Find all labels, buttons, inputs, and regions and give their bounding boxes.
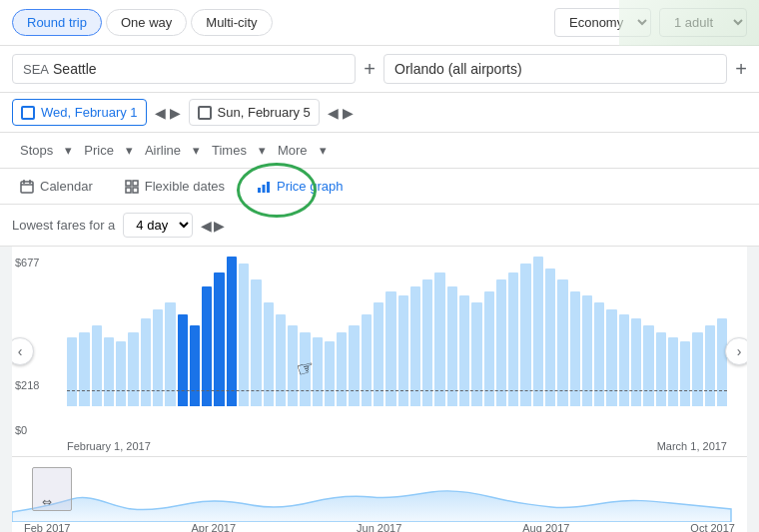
price-graph-container: Price graph <box>249 175 351 198</box>
calendar-view-button[interactable]: Calendar <box>12 175 101 198</box>
bar-item[interactable] <box>116 341 126 406</box>
bar-item[interactable] <box>190 325 200 406</box>
bar-item[interactable] <box>570 291 580 406</box>
mini-label-aug: Aug 2017 <box>522 522 569 532</box>
bar-item[interactable] <box>533 257 543 406</box>
bar-item[interactable] <box>288 325 298 406</box>
departure-date-box[interactable]: Wed, February 1 <box>12 99 147 126</box>
flexible-dates-button[interactable]: Flexible dates <box>117 175 233 198</box>
view-row: Calendar Flexible dates Price graph <box>0 169 759 205</box>
bar-item[interactable] <box>680 341 690 406</box>
bar-item[interactable] <box>520 264 530 406</box>
search-row: SEA Seattle + Orlando (all airports) + <box>0 46 759 93</box>
airline-filter[interactable]: Airline <box>137 139 189 162</box>
bar-item[interactable] <box>79 332 89 406</box>
bar-chart-area: ‹ › $677 $218 $0 February 1, 2017 March … <box>12 247 747 456</box>
one-way-button[interactable]: One way <box>106 9 187 36</box>
mini-chart-selector[interactable] <box>32 467 72 511</box>
mini-chart-handle[interactable]: ⇔ <box>42 495 52 509</box>
bar-item[interactable] <box>484 291 494 406</box>
bar-item[interactable] <box>643 325 653 406</box>
price-graph-label: Price graph <box>277 179 343 194</box>
bar-item[interactable] <box>619 314 629 406</box>
bar-item[interactable] <box>422 279 432 406</box>
bar-item[interactable] <box>410 286 420 406</box>
bar-item[interactable] <box>214 272 224 406</box>
departure-date-label: Wed, February 1 <box>41 105 138 120</box>
more-filter[interactable]: More <box>270 139 316 162</box>
bar-item[interactable] <box>385 291 395 406</box>
destination-input[interactable]: Orlando (all airports) <box>383 54 727 84</box>
bar-item[interactable] <box>300 332 310 406</box>
price-label-top: $677 <box>15 257 39 268</box>
origin-input[interactable]: SEA Seattle <box>12 54 356 84</box>
return-prev-button[interactable]: ◀ <box>328 105 339 121</box>
bar-item[interactable] <box>496 279 506 406</box>
origin-iata: SEA <box>23 62 49 77</box>
bar-item[interactable] <box>67 337 77 406</box>
bar-item[interactable] <box>545 268 555 406</box>
return-date-box[interactable]: Sun, February 5 <box>189 99 320 126</box>
return-calendar-icon <box>198 106 212 120</box>
mini-label-apr: Apr 2017 <box>191 522 236 532</box>
mini-label-feb: Feb 2017 <box>24 522 70 532</box>
bar-item[interactable] <box>656 332 666 406</box>
chart-nav-left[interactable]: ‹ <box>12 337 34 365</box>
calendar-view-label: Calendar <box>40 179 93 194</box>
return-next-button[interactable]: ▶ <box>343 105 354 121</box>
bar-chart-container: $677 $218 $0 <box>67 257 727 436</box>
bar-item[interactable] <box>606 309 616 406</box>
bar-item[interactable] <box>104 337 114 406</box>
grid-icon <box>125 180 139 194</box>
bar-item[interactable] <box>141 318 151 406</box>
bar-item[interactable] <box>276 314 286 406</box>
origin-add-button[interactable]: + <box>364 58 376 81</box>
price-graph-button[interactable]: Price graph <box>249 175 351 198</box>
bar-item[interactable] <box>178 314 188 406</box>
bar-item[interactable] <box>251 279 261 406</box>
departure-next-button[interactable]: ▶ <box>170 105 181 121</box>
chart-nav-right[interactable]: › <box>725 337 747 365</box>
departure-calendar-icon <box>21 106 35 120</box>
bar-item[interactable] <box>705 325 715 406</box>
bar-item[interactable] <box>313 337 323 406</box>
bar-item[interactable] <box>668 337 678 406</box>
multi-city-button[interactable]: Multi-city <box>191 9 272 36</box>
departure-prev-button[interactable]: ◀ <box>155 105 166 121</box>
mini-label-oct: Oct 2017 <box>690 522 735 532</box>
duration-prev[interactable]: ◀ <box>201 218 212 234</box>
x-axis-labels: February 1, 2017 March 1, 2017 <box>67 440 727 452</box>
bar-item[interactable] <box>128 332 138 406</box>
round-trip-button[interactable]: Round trip <box>12 9 102 36</box>
bar-item[interactable] <box>692 332 702 406</box>
destination-add-button[interactable]: + <box>735 58 747 81</box>
bar-item[interactable] <box>325 341 335 406</box>
duration-select[interactable]: 4 day 3 day 5 day 7 day <box>123 213 193 238</box>
lowest-fares-label: Lowest fares for a <box>12 218 115 233</box>
x-label-feb: February 1, 2017 <box>67 440 151 452</box>
bar-item[interactable] <box>362 314 372 406</box>
svg-rect-0 <box>21 182 33 193</box>
bar-item[interactable] <box>153 309 163 406</box>
bar-item[interactable] <box>434 272 444 406</box>
bar-item[interactable] <box>557 279 567 406</box>
bar-item[interactable] <box>239 264 249 406</box>
bar-item[interactable] <box>631 318 641 406</box>
mini-label-jun: Jun 2017 <box>357 522 401 532</box>
bar-item[interactable] <box>337 332 347 406</box>
times-filter[interactable]: Times <box>204 139 255 162</box>
stops-filter[interactable]: Stops <box>12 139 61 162</box>
bar-item[interactable] <box>92 325 102 406</box>
bar-item[interactable] <box>447 286 457 406</box>
price-filter[interactable]: Price <box>76 139 122 162</box>
bar-item[interactable] <box>508 272 518 406</box>
svg-rect-9 <box>262 185 265 193</box>
bar-chart-icon <box>257 180 271 194</box>
duration-next[interactable]: ▶ <box>214 218 225 234</box>
mini-x-labels: Feb 2017 Apr 2017 Jun 2017 Aug 2017 Oct … <box>12 522 747 532</box>
bar-item[interactable] <box>349 325 359 406</box>
bar-item[interactable] <box>202 286 212 406</box>
return-date-nav: ◀ ▶ <box>328 105 354 121</box>
bar-item[interactable] <box>717 318 727 406</box>
bar-item[interactable] <box>227 257 237 406</box>
